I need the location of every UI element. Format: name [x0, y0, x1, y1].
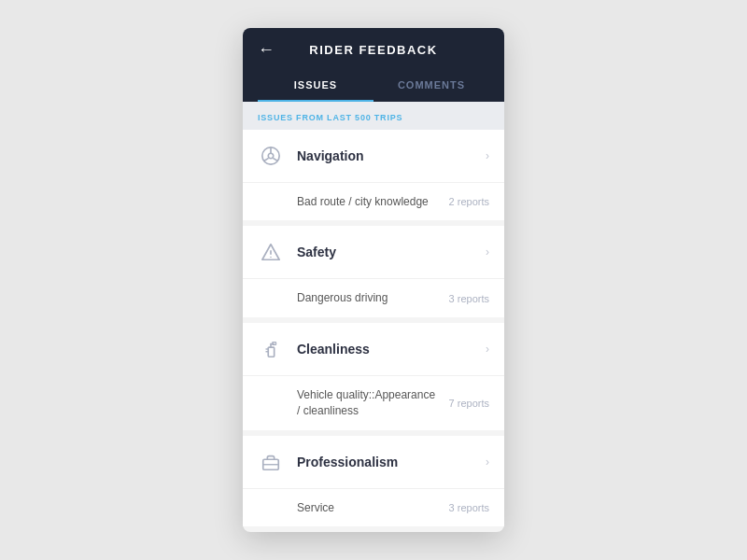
warning-triangle-icon: [258, 239, 284, 265]
professionalism-sub-count: 3 reports: [449, 502, 489, 513]
chevron-right-icon-4: ›: [486, 455, 489, 469]
category-navigation-header[interactable]: Navigation ›: [243, 130, 504, 183]
category-safety: Safety › Dangerous driving 3 reports: [243, 226, 504, 317]
svg-line-3: [264, 158, 269, 161]
category-professionalism: Professionalism › Service 3 reports: [243, 436, 504, 527]
svg-rect-8: [268, 347, 274, 357]
spray-bottle-icon: [258, 336, 284, 362]
svg-rect-9: [273, 343, 276, 345]
page-title: RIDER FEEDBACK: [309, 43, 437, 57]
chevron-right-icon-2: ›: [486, 245, 489, 259]
subtitle-text: ISSUES FROM LAST 500 TRIPS: [258, 113, 402, 122]
professionalism-sub-item: Service 3 reports: [243, 489, 504, 527]
category-cleanliness-header[interactable]: Cleanliness ›: [243, 323, 504, 376]
tab-comments[interactable]: COMMENTS: [374, 70, 489, 102]
chevron-right-icon-3: ›: [486, 343, 489, 356]
svg-point-1: [268, 153, 274, 159]
tab-issues[interactable]: ISSUES: [258, 70, 374, 102]
safety-label: Safety: [297, 245, 486, 259]
phone-container: ← RIDER FEEDBACK ISSUES COMMENTS ISSUES …: [243, 28, 504, 533]
category-professionalism-header[interactable]: Professionalism ›: [243, 436, 504, 489]
back-button[interactable]: ←: [258, 40, 275, 60]
cleanliness-sub-label: Vehicle quality::Appearance / cleanlines…: [297, 387, 442, 419]
category-cleanliness: Cleanliness › Vehicle quality::Appearanc…: [243, 323, 504, 430]
navigation-sub-count: 2 reports: [449, 196, 489, 207]
professionalism-label: Professionalism: [297, 455, 486, 469]
professionalism-sub-label: Service: [297, 500, 442, 516]
category-navigation: Navigation › Bad route / city knowledge …: [243, 130, 504, 221]
navigation-sub-label: Bad route / city knowledge: [297, 194, 442, 210]
app-header: ← RIDER FEEDBACK ISSUES COMMENTS: [243, 28, 504, 102]
category-safety-header[interactable]: Safety ›: [243, 226, 504, 279]
chevron-right-icon: ›: [486, 149, 489, 162]
svg-point-7: [270, 257, 271, 258]
subtitle-bar: ISSUES FROM LAST 500 TRIPS: [243, 102, 504, 130]
briefcase-icon: [258, 449, 284, 475]
tab-bar: ISSUES COMMENTS: [258, 70, 489, 102]
issues-list: Navigation › Bad route / city knowledge …: [243, 130, 504, 527]
cleanliness-sub-count: 7 reports: [449, 398, 489, 409]
safety-sub-label: Dangerous driving: [297, 290, 442, 306]
cleanliness-sub-item: Vehicle quality::Appearance / cleanlines…: [243, 376, 504, 430]
navigation-sub-item: Bad route / city knowledge 2 reports: [243, 183, 504, 221]
cleanliness-label: Cleanliness: [297, 342, 486, 357]
svg-line-4: [273, 158, 277, 161]
safety-sub-item: Dangerous driving 3 reports: [243, 279, 504, 317]
steering-wheel-icon: [258, 143, 284, 169]
safety-sub-count: 3 reports: [449, 293, 489, 304]
navigation-label: Navigation: [297, 148, 486, 163]
